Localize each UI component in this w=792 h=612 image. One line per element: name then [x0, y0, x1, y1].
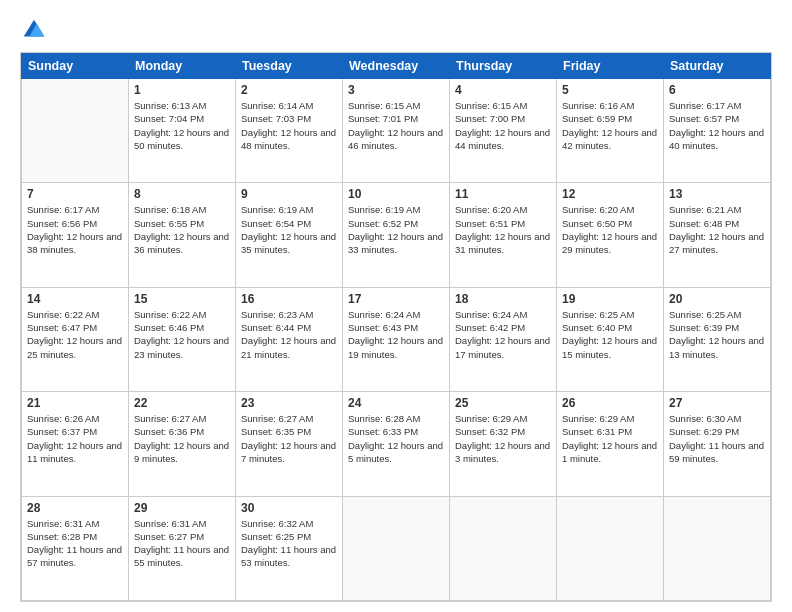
day-info: Sunrise: 6:18 AMSunset: 6:55 PMDaylight:… — [134, 203, 230, 256]
day-number: 24 — [348, 396, 444, 410]
day-number: 23 — [241, 396, 337, 410]
calendar-cell: 13Sunrise: 6:21 AMSunset: 6:48 PMDayligh… — [664, 183, 771, 287]
day-info: Sunrise: 6:20 AMSunset: 6:51 PMDaylight:… — [455, 203, 551, 256]
calendar-cell: 30Sunrise: 6:32 AMSunset: 6:25 PMDayligh… — [236, 496, 343, 600]
calendar-header-saturday: Saturday — [664, 54, 771, 79]
day-number: 11 — [455, 187, 551, 201]
day-number: 26 — [562, 396, 658, 410]
day-info: Sunrise: 6:17 AMSunset: 6:56 PMDaylight:… — [27, 203, 123, 256]
calendar-cell: 12Sunrise: 6:20 AMSunset: 6:50 PMDayligh… — [557, 183, 664, 287]
day-info: Sunrise: 6:31 AMSunset: 6:28 PMDaylight:… — [27, 517, 123, 570]
calendar-cell: 16Sunrise: 6:23 AMSunset: 6:44 PMDayligh… — [236, 287, 343, 391]
calendar-week-4: 21Sunrise: 6:26 AMSunset: 6:37 PMDayligh… — [22, 392, 771, 496]
day-info: Sunrise: 6:15 AMSunset: 7:01 PMDaylight:… — [348, 99, 444, 152]
day-info: Sunrise: 6:30 AMSunset: 6:29 PMDaylight:… — [669, 412, 765, 465]
calendar-cell: 6Sunrise: 6:17 AMSunset: 6:57 PMDaylight… — [664, 79, 771, 183]
day-info: Sunrise: 6:21 AMSunset: 6:48 PMDaylight:… — [669, 203, 765, 256]
day-number: 28 — [27, 501, 123, 515]
day-info: Sunrise: 6:22 AMSunset: 6:46 PMDaylight:… — [134, 308, 230, 361]
calendar-cell: 27Sunrise: 6:30 AMSunset: 6:29 PMDayligh… — [664, 392, 771, 496]
day-info: Sunrise: 6:22 AMSunset: 6:47 PMDaylight:… — [27, 308, 123, 361]
day-number: 13 — [669, 187, 765, 201]
day-number: 7 — [27, 187, 123, 201]
day-info: Sunrise: 6:23 AMSunset: 6:44 PMDaylight:… — [241, 308, 337, 361]
calendar-cell: 10Sunrise: 6:19 AMSunset: 6:52 PMDayligh… — [343, 183, 450, 287]
day-number: 5 — [562, 83, 658, 97]
calendar-cell: 14Sunrise: 6:22 AMSunset: 6:47 PMDayligh… — [22, 287, 129, 391]
day-info: Sunrise: 6:25 AMSunset: 6:40 PMDaylight:… — [562, 308, 658, 361]
calendar-cell: 22Sunrise: 6:27 AMSunset: 6:36 PMDayligh… — [129, 392, 236, 496]
calendar-cell — [664, 496, 771, 600]
calendar-cell: 8Sunrise: 6:18 AMSunset: 6:55 PMDaylight… — [129, 183, 236, 287]
calendar-cell — [343, 496, 450, 600]
day-info: Sunrise: 6:24 AMSunset: 6:42 PMDaylight:… — [455, 308, 551, 361]
page: SundayMondayTuesdayWednesdayThursdayFrid… — [0, 0, 792, 612]
calendar-cell: 3Sunrise: 6:15 AMSunset: 7:01 PMDaylight… — [343, 79, 450, 183]
day-info: Sunrise: 6:19 AMSunset: 6:52 PMDaylight:… — [348, 203, 444, 256]
day-number: 16 — [241, 292, 337, 306]
day-number: 22 — [134, 396, 230, 410]
day-info: Sunrise: 6:29 AMSunset: 6:32 PMDaylight:… — [455, 412, 551, 465]
calendar-cell: 19Sunrise: 6:25 AMSunset: 6:40 PMDayligh… — [557, 287, 664, 391]
calendar-header-thursday: Thursday — [450, 54, 557, 79]
day-info: Sunrise: 6:25 AMSunset: 6:39 PMDaylight:… — [669, 308, 765, 361]
calendar-cell: 4Sunrise: 6:15 AMSunset: 7:00 PMDaylight… — [450, 79, 557, 183]
day-number: 18 — [455, 292, 551, 306]
calendar-cell: 11Sunrise: 6:20 AMSunset: 6:51 PMDayligh… — [450, 183, 557, 287]
calendar-cell — [557, 496, 664, 600]
day-number: 15 — [134, 292, 230, 306]
calendar-cell: 7Sunrise: 6:17 AMSunset: 6:56 PMDaylight… — [22, 183, 129, 287]
calendar-cell: 17Sunrise: 6:24 AMSunset: 6:43 PMDayligh… — [343, 287, 450, 391]
calendar-header-friday: Friday — [557, 54, 664, 79]
day-number: 17 — [348, 292, 444, 306]
day-number: 29 — [134, 501, 230, 515]
calendar-cell: 24Sunrise: 6:28 AMSunset: 6:33 PMDayligh… — [343, 392, 450, 496]
calendar-header-monday: Monday — [129, 54, 236, 79]
logo-icon — [20, 16, 48, 44]
day-info: Sunrise: 6:27 AMSunset: 6:35 PMDaylight:… — [241, 412, 337, 465]
calendar-cell — [22, 79, 129, 183]
calendar-week-3: 14Sunrise: 6:22 AMSunset: 6:47 PMDayligh… — [22, 287, 771, 391]
day-info: Sunrise: 6:27 AMSunset: 6:36 PMDaylight:… — [134, 412, 230, 465]
day-info: Sunrise: 6:29 AMSunset: 6:31 PMDaylight:… — [562, 412, 658, 465]
day-info: Sunrise: 6:31 AMSunset: 6:27 PMDaylight:… — [134, 517, 230, 570]
day-info: Sunrise: 6:17 AMSunset: 6:57 PMDaylight:… — [669, 99, 765, 152]
calendar-cell: 29Sunrise: 6:31 AMSunset: 6:27 PMDayligh… — [129, 496, 236, 600]
day-info: Sunrise: 6:28 AMSunset: 6:33 PMDaylight:… — [348, 412, 444, 465]
calendar-cell: 5Sunrise: 6:16 AMSunset: 6:59 PMDaylight… — [557, 79, 664, 183]
day-number: 1 — [134, 83, 230, 97]
day-number: 14 — [27, 292, 123, 306]
calendar-cell: 2Sunrise: 6:14 AMSunset: 7:03 PMDaylight… — [236, 79, 343, 183]
calendar: SundayMondayTuesdayWednesdayThursdayFrid… — [20, 52, 772, 602]
day-info: Sunrise: 6:15 AMSunset: 7:00 PMDaylight:… — [455, 99, 551, 152]
day-number: 4 — [455, 83, 551, 97]
day-info: Sunrise: 6:26 AMSunset: 6:37 PMDaylight:… — [27, 412, 123, 465]
day-number: 2 — [241, 83, 337, 97]
calendar-header-wednesday: Wednesday — [343, 54, 450, 79]
day-number: 9 — [241, 187, 337, 201]
day-number: 21 — [27, 396, 123, 410]
calendar-cell: 1Sunrise: 6:13 AMSunset: 7:04 PMDaylight… — [129, 79, 236, 183]
day-number: 20 — [669, 292, 765, 306]
calendar-cell: 20Sunrise: 6:25 AMSunset: 6:39 PMDayligh… — [664, 287, 771, 391]
calendar-week-2: 7Sunrise: 6:17 AMSunset: 6:56 PMDaylight… — [22, 183, 771, 287]
logo — [20, 16, 52, 44]
calendar-cell: 25Sunrise: 6:29 AMSunset: 6:32 PMDayligh… — [450, 392, 557, 496]
calendar-cell: 21Sunrise: 6:26 AMSunset: 6:37 PMDayligh… — [22, 392, 129, 496]
calendar-header-row: SundayMondayTuesdayWednesdayThursdayFrid… — [22, 54, 771, 79]
day-info: Sunrise: 6:16 AMSunset: 6:59 PMDaylight:… — [562, 99, 658, 152]
calendar-cell: 26Sunrise: 6:29 AMSunset: 6:31 PMDayligh… — [557, 392, 664, 496]
day-number: 10 — [348, 187, 444, 201]
day-info: Sunrise: 6:24 AMSunset: 6:43 PMDaylight:… — [348, 308, 444, 361]
calendar-week-5: 28Sunrise: 6:31 AMSunset: 6:28 PMDayligh… — [22, 496, 771, 600]
day-number: 8 — [134, 187, 230, 201]
day-number: 12 — [562, 187, 658, 201]
day-info: Sunrise: 6:32 AMSunset: 6:25 PMDaylight:… — [241, 517, 337, 570]
header — [20, 16, 772, 44]
calendar-cell: 23Sunrise: 6:27 AMSunset: 6:35 PMDayligh… — [236, 392, 343, 496]
calendar-cell: 18Sunrise: 6:24 AMSunset: 6:42 PMDayligh… — [450, 287, 557, 391]
day-info: Sunrise: 6:13 AMSunset: 7:04 PMDaylight:… — [134, 99, 230, 152]
day-number: 27 — [669, 396, 765, 410]
calendar-header-sunday: Sunday — [22, 54, 129, 79]
day-info: Sunrise: 6:20 AMSunset: 6:50 PMDaylight:… — [562, 203, 658, 256]
